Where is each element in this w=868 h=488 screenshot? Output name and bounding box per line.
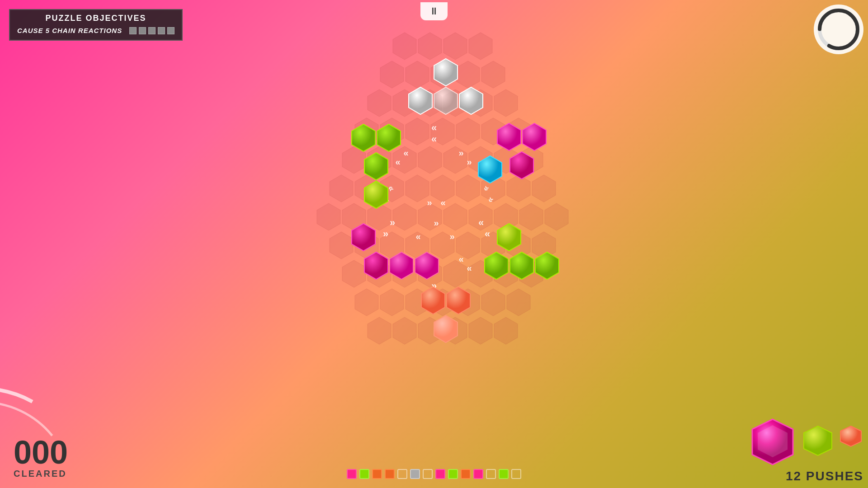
bottom-dot-2: [372, 469, 382, 479]
svg-text:«: «: [403, 148, 408, 158]
svg-marker-134: [840, 426, 861, 446]
svg-marker-76: [393, 317, 416, 344]
svg-marker-2: [418, 33, 442, 60]
pause-button[interactable]: ⏸: [420, 2, 448, 20]
svg-text:»: »: [427, 197, 432, 207]
svg-marker-73: [481, 289, 505, 316]
score-label: CLEARED: [14, 469, 68, 479]
push-gem-green-medium: [801, 424, 835, 458]
svg-marker-79: [469, 317, 492, 344]
objectives-panel: PUZZLE OBJECTIVES CAUSE 5 CHAIN REACTION…: [9, 9, 183, 41]
svg-text:«: «: [431, 133, 437, 145]
svg-marker-51: [330, 232, 353, 259]
svg-marker-39: [532, 175, 556, 202]
timer-svg: [816, 7, 861, 52]
svg-text:»: »: [467, 157, 472, 167]
svg-text:«: «: [458, 254, 463, 264]
bottom-dot-3: [385, 469, 395, 479]
game-board: « « « « » » « « « « » » « « » » « « » » …: [276, 23, 592, 361]
svg-marker-36: [456, 175, 480, 202]
svg-text:»: »: [383, 228, 388, 239]
score-number: 000: [14, 436, 68, 469]
bottom-dot-5: [410, 469, 420, 479]
svg-marker-74: [507, 289, 530, 316]
svg-marker-26: [418, 146, 442, 174]
svg-marker-34: [406, 175, 429, 202]
svg-marker-4: [393, 33, 416, 60]
timer-circle: [814, 5, 863, 54]
svg-marker-40: [330, 175, 353, 202]
svg-marker-20: [456, 118, 480, 145]
svg-marker-133: [804, 426, 832, 455]
obj-dot-5: [167, 27, 175, 34]
bottom-dot-13: [511, 469, 521, 479]
svg-text:«: «: [467, 263, 472, 273]
svg-marker-68: [355, 289, 378, 316]
bottom-dot-7: [435, 469, 445, 479]
pause-icon: ⏸: [429, 6, 439, 16]
svg-text:«: «: [440, 197, 445, 207]
svg-text:«: «: [415, 231, 420, 241]
svg-marker-48: [519, 203, 543, 230]
bottom-dot-8: [448, 469, 458, 479]
svg-marker-43: [393, 203, 416, 230]
objective-dots: [129, 27, 175, 34]
svg-marker-15: [494, 89, 518, 117]
svg-marker-49: [545, 203, 568, 230]
bottom-dot-9: [461, 469, 471, 479]
obj-dot-3: [148, 27, 156, 34]
hex-grid-svg: « « « « » » « « « « » » « « » » « « » » …: [276, 23, 592, 361]
svg-text:«: «: [431, 122, 437, 133]
svg-marker-60: [342, 260, 366, 287]
obj-dot-1: [129, 27, 137, 34]
objectives-text: CAUSE 5 CHAIN REACTIONS: [17, 27, 122, 34]
svg-text:«: «: [395, 157, 400, 167]
svg-text:»: »: [458, 148, 463, 158]
svg-marker-50: [317, 203, 340, 230]
svg-marker-18: [406, 118, 429, 145]
bottom-dot-10: [473, 469, 483, 479]
svg-marker-3: [443, 33, 467, 60]
svg-text:»: »: [449, 231, 454, 241]
svg-marker-69: [380, 289, 404, 316]
svg-marker-8: [456, 61, 480, 88]
svg-text:»: »: [434, 218, 439, 228]
bottom-dot-1: [359, 469, 369, 479]
svg-text:«: «: [485, 228, 490, 239]
pushes-area: 12 PUSHES: [748, 417, 863, 483]
svg-marker-64: [443, 260, 467, 287]
bottom-dot-11: [486, 469, 496, 479]
push-gem-orange-small: [839, 424, 863, 449]
svg-marker-75: [368, 317, 391, 344]
bottom-dot-6: [423, 469, 433, 479]
bottom-dot-4: [397, 469, 407, 479]
svg-marker-45: [443, 203, 467, 230]
objectives-title: PUZZLE OBJECTIVES: [17, 14, 175, 23]
obj-dot-4: [158, 27, 165, 34]
pushes-gems: [748, 417, 863, 467]
obj-dot-2: [139, 27, 146, 34]
svg-text:«: «: [478, 217, 484, 228]
svg-marker-38: [507, 175, 530, 202]
svg-marker-16: [368, 89, 391, 117]
push-gem-pink-large: [748, 417, 797, 467]
svg-marker-80: [494, 317, 518, 344]
svg-marker-10: [481, 61, 505, 88]
svg-marker-6: [406, 61, 429, 88]
svg-marker-5: [469, 33, 492, 60]
bottom-dot-0: [347, 469, 357, 479]
score-area: 000 CLEARED: [5, 436, 68, 483]
bottom-dot-12: [499, 469, 509, 479]
objectives-row: CAUSE 5 CHAIN REACTIONS: [17, 27, 175, 34]
svg-marker-9: [380, 61, 404, 88]
svg-text:»: »: [390, 217, 395, 228]
pushes-label: 12 PUSHES: [786, 469, 863, 483]
svg-marker-42: [368, 203, 391, 230]
bottom-indicator-bar: [347, 469, 521, 479]
